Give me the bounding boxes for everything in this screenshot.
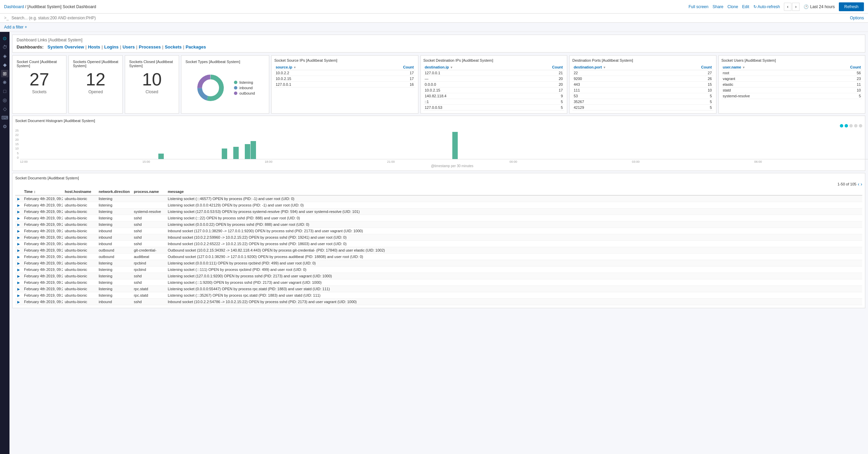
socket-users-title: Socket Users [Auditbeat System] (722, 58, 863, 62)
sidebar-icon-maps[interactable]: ◎ (1, 96, 8, 104)
hist-ctrl-5[interactable] (859, 124, 862, 127)
expand-btn[interactable]: ▶ (17, 216, 20, 220)
expand-btn[interactable]: ▶ (17, 197, 20, 201)
socket-user-row: systemd-resolve5 (722, 93, 863, 99)
dest-port-count-header[interactable]: Count (674, 64, 713, 70)
socket-count-number: 27 (17, 71, 62, 88)
dashboard-links-card: Dashboard Links [Auditbeat System] Dashb… (12, 35, 865, 53)
expand-btn[interactable]: ▶ (17, 203, 20, 207)
add-filter-button[interactable]: Add a filter + (4, 25, 864, 29)
table-row: ▶ February 4th 2019, 09:27:56.141 ubuntu… (15, 273, 862, 279)
expand-btn[interactable]: ▶ (17, 300, 20, 304)
source-ip-row: 127.0.0.116 (274, 82, 415, 87)
source-count-col-header[interactable]: Count (363, 64, 415, 70)
expand-btn[interactable]: ▶ (17, 210, 20, 214)
link-hosts[interactable]: Hosts (88, 44, 100, 50)
options-button[interactable]: Options (850, 16, 864, 20)
expand-btn[interactable]: ▶ (17, 261, 20, 265)
histogram-title: Socket Document Histogram [Auditbeat Sys… (15, 119, 862, 123)
prev-time-btn[interactable]: ‹ (784, 3, 791, 11)
dest-port-row: 11110 (572, 87, 713, 93)
sidebar-icon-ml[interactable]: ◇ (1, 105, 8, 113)
user-count-header[interactable]: Count (818, 64, 862, 70)
dest-port-row: 352675 (572, 99, 713, 105)
col-host-header[interactable]: host.hostname (63, 188, 97, 195)
dest-ip-col-header[interactable]: destination.ip ▼ (423, 64, 522, 70)
histogram-bar[interactable] (251, 141, 256, 159)
dest-count-col-header[interactable]: Count (521, 64, 564, 70)
expand-btn[interactable]: ▶ (17, 281, 20, 284)
user-col-header[interactable]: user.name ▼ (722, 64, 818, 70)
histogram-card: Socket Document Histogram [Auditbeat Sys… (12, 116, 865, 171)
expand-btn[interactable]: ▶ (17, 255, 20, 259)
breadcrumb-dashboard[interactable]: Dashboard (4, 4, 24, 9)
dest-port-col-header[interactable]: destination.port ▼ (572, 64, 674, 70)
link-users[interactable]: Users (122, 44, 135, 50)
sidebar-icon-canvas[interactable]: □ (1, 87, 8, 95)
sidebar-icon-dev[interactable]: ⌨ (1, 114, 8, 121)
expand-btn[interactable]: ▶ (17, 287, 20, 291)
sidebar-icon-home[interactable]: ⊙ (1, 35, 8, 42)
sockets-opened-number: 12 (73, 71, 118, 88)
socket-types-card: Socket Types [Auditbeat System] listen (181, 55, 269, 114)
expand-btn[interactable]: ▶ (17, 223, 20, 226)
pagination: 1-50 of 105 ‹ › (837, 181, 862, 187)
expand-btn[interactable]: ▶ (17, 294, 20, 297)
col-direction-header[interactable]: network.direction (97, 188, 132, 195)
expand-btn[interactable]: ▶ (17, 274, 20, 278)
table-row: ▶ February 4th 2019, 09:27:56.141 ubuntu… (15, 260, 862, 267)
hist-ctrl-2[interactable] (845, 124, 848, 127)
histogram-bar[interactable] (233, 147, 239, 159)
histogram-y-axis: 25 22 20 15 10 5 0 (15, 129, 20, 159)
sidebar-icon-discover[interactable]: ◈ (1, 52, 8, 60)
source-ips-title: Socket Source IPs [Auditbeat System] (274, 58, 415, 62)
expand-btn[interactable]: ▶ (17, 236, 20, 239)
auto-refresh-label: ↻ Auto-refresh (753, 4, 780, 9)
refresh-button[interactable]: Refresh (839, 2, 864, 11)
sidebar-icon-timelion[interactable]: ❋ (1, 79, 8, 86)
donut-legend: listening inbound outbound (234, 80, 255, 95)
col-time-header[interactable]: Time ↕ (22, 188, 63, 195)
sidebar-icon-dashboard[interactable]: ⊞ (1, 70, 8, 77)
edit-link[interactable]: Edit (742, 4, 749, 9)
clone-link[interactable]: Clone (728, 4, 738, 9)
fullscreen-link[interactable]: Full screen (689, 4, 709, 9)
hist-ctrl-4[interactable] (854, 124, 857, 127)
source-ip-col-header[interactable]: source.ip ▼ (274, 64, 363, 70)
dest-ips-card: Socket Destination IPs [Auditbeat System… (420, 55, 568, 114)
link-processes[interactable]: Processes (139, 44, 161, 50)
histogram-bar[interactable] (158, 154, 164, 159)
expand-btn[interactable]: ▶ (17, 268, 20, 272)
socket-users-card: Socket Users [Auditbeat System] user.nam… (718, 55, 866, 114)
search-input[interactable] (12, 16, 847, 20)
link-packages[interactable]: Packages (185, 44, 206, 50)
donut-chart (195, 73, 226, 103)
next-time-btn[interactable]: › (792, 3, 800, 11)
link-system-overview[interactable]: System Overview (47, 44, 84, 50)
expand-btn[interactable]: ▶ (17, 229, 20, 233)
dest-ip-row: 140.82.118.49 (423, 93, 565, 99)
col-process-header[interactable]: process.name (132, 188, 166, 195)
prev-page-btn[interactable]: ‹ (858, 181, 860, 187)
dest-ip-row: ::15 (423, 99, 565, 105)
sidebar-icon-management[interactable]: ⚙ (1, 123, 8, 130)
histogram-bar[interactable] (222, 149, 227, 159)
search-bar: >_ Options (0, 14, 868, 23)
histogram-bar[interactable] (245, 144, 250, 159)
table-row: ▶ February 4th 2019, 09:27:56.141 ubuntu… (15, 228, 862, 234)
next-page-btn[interactable]: › (861, 181, 862, 187)
hist-ctrl-3[interactable] (849, 124, 853, 127)
sidebar-icon-clock[interactable]: ⏱ (1, 43, 8, 51)
table-row: ▶ February 4th 2019, 09:27:56.141 ubuntu… (15, 279, 862, 286)
expand-btn[interactable]: ▶ (17, 242, 20, 246)
col-message-header[interactable]: message (166, 188, 862, 195)
share-link[interactable]: Share (712, 4, 723, 9)
search-prompt: >_ (4, 16, 9, 20)
sockets-closed-card: Sockets Closed [Auditbeat System] 10 Clo… (125, 55, 179, 114)
histogram-bar[interactable] (452, 132, 458, 159)
link-logins[interactable]: Logins (104, 44, 119, 50)
hist-ctrl-1[interactable] (840, 124, 843, 127)
sidebar-icon-visualize[interactable]: ◆ (1, 61, 8, 68)
expand-btn[interactable]: ▶ (17, 249, 20, 252)
link-sockets[interactable]: Sockets (165, 44, 182, 50)
